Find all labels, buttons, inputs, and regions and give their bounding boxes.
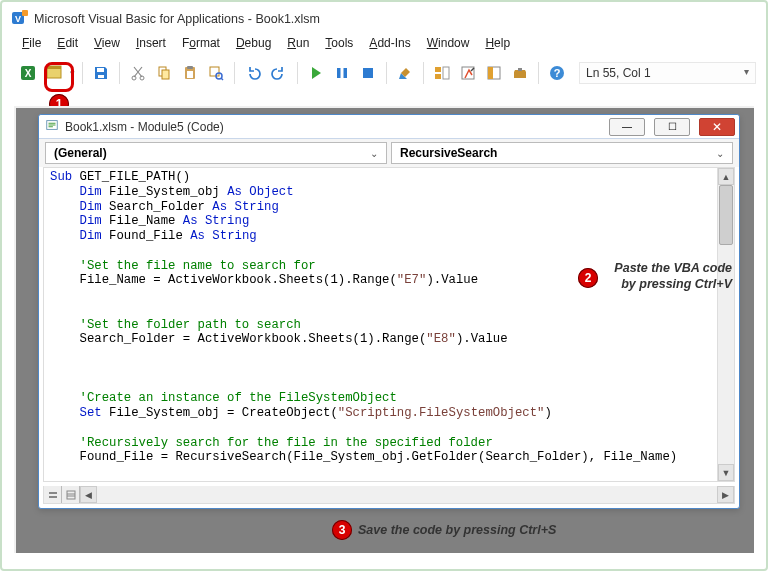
project-explorer-icon[interactable] [430, 61, 454, 85]
menu-file[interactable]: File [16, 34, 47, 52]
svg-rect-21 [435, 67, 441, 72]
svg-text:V: V [15, 14, 21, 24]
app-titlebar: V Microsoft Visual Basic for Application… [6, 6, 762, 32]
svg-rect-8 [98, 75, 104, 78]
svg-rect-32 [49, 496, 57, 498]
scrollbar-thumb[interactable] [719, 185, 733, 245]
standard-toolbar: X ▾ ? Ln 55, Col 1 [6, 56, 762, 90]
procedure-view-icon[interactable] [44, 486, 62, 503]
scroll-left-icon[interactable]: ◀ [80, 486, 97, 503]
callout-2-badge: 2 [578, 268, 598, 288]
cursor-position-text: Ln 55, Col 1 [586, 66, 651, 80]
svg-rect-31 [49, 492, 57, 494]
vba-app-icon: V [12, 10, 28, 29]
svg-rect-19 [344, 68, 348, 78]
callout-3-badge: 3 [332, 520, 352, 540]
menu-view[interactable]: View [88, 34, 126, 52]
window-minimize-button[interactable]: — [609, 118, 645, 136]
design-mode-icon[interactable] [393, 61, 417, 85]
find-icon[interactable] [204, 61, 228, 85]
scroll-up-icon[interactable]: ▲ [718, 168, 734, 185]
svg-rect-23 [443, 67, 449, 79]
horizontal-scrollbar[interactable]: ◀ ▶ [80, 486, 734, 503]
menu-window[interactable]: Window [421, 34, 476, 52]
svg-rect-12 [162, 70, 169, 79]
undo-icon[interactable] [241, 61, 265, 85]
module-icon [45, 118, 59, 135]
cursor-position-box[interactable]: Ln 55, Col 1 [579, 62, 756, 84]
menu-debug[interactable]: Debug [230, 34, 277, 52]
menu-tools[interactable]: Tools [319, 34, 359, 52]
full-module-view-icon[interactable] [62, 486, 80, 503]
menu-help[interactable]: Help [479, 34, 516, 52]
code-window-titlebar[interactable]: Book1.xlsm - Module5 (Code) — ☐ ✕ [39, 115, 739, 139]
break-icon[interactable] [330, 61, 354, 85]
object-browser-icon[interactable] [482, 61, 506, 85]
run-icon[interactable] [304, 61, 328, 85]
code-window-title: Book1.xlsm - Module5 (Code) [65, 120, 600, 134]
svg-rect-14 [187, 66, 193, 69]
menu-edit[interactable]: Edit [51, 34, 84, 52]
copy-icon[interactable] [152, 61, 176, 85]
svg-rect-7 [97, 68, 104, 72]
paste-icon[interactable] [178, 61, 202, 85]
svg-rect-27 [518, 68, 522, 71]
svg-rect-20 [363, 68, 373, 78]
menu-bar: File Edit View Insert Format Debug Run T… [6, 32, 762, 54]
svg-rect-22 [435, 74, 441, 79]
menu-run[interactable]: Run [281, 34, 315, 52]
cut-icon[interactable] [126, 61, 150, 85]
toolbox-icon[interactable] [508, 61, 532, 85]
code-window: Book1.xlsm - Module5 (Code) — ☐ ✕ (Gener… [38, 114, 740, 509]
save-icon[interactable] [89, 61, 113, 85]
callout-3-text: Save the code by pressing Ctrl+S [358, 522, 556, 538]
code-editor[interactable]: Sub GET_FILE_PATH() Dim File_System_obj … [44, 168, 717, 481]
menu-format[interactable]: Format [176, 34, 226, 52]
menu-addins[interactable]: Add-Ins [363, 34, 416, 52]
insert-userform-icon[interactable] [42, 61, 66, 85]
object-dropdown[interactable]: (General)⌄ [45, 142, 387, 164]
vertical-scrollbar[interactable]: ▲ ▼ [717, 168, 734, 481]
window-maximize-button[interactable]: ☐ [654, 118, 690, 136]
svg-rect-18 [337, 68, 341, 78]
redo-icon[interactable] [267, 61, 291, 85]
svg-rect-2 [22, 10, 28, 16]
app-title: Microsoft Visual Basic for Applications … [34, 12, 320, 26]
help-icon[interactable]: ? [545, 61, 569, 85]
svg-rect-16 [210, 67, 219, 76]
menu-insert[interactable]: Insert [130, 34, 172, 52]
reset-icon[interactable] [356, 61, 380, 85]
procedure-dropdown[interactable]: RecursiveSearch⌄ [391, 142, 733, 164]
scroll-down-icon[interactable]: ▼ [718, 464, 734, 481]
svg-rect-33 [67, 491, 75, 499]
mdi-client-area: Book1.xlsm - Module5 (Code) — ☐ ✕ (Gener… [14, 106, 754, 553]
scroll-right-icon[interactable]: ▶ [717, 486, 734, 503]
svg-rect-6 [47, 66, 61, 69]
svg-text:X: X [25, 68, 32, 79]
properties-window-icon[interactable] [456, 61, 480, 85]
svg-rect-26 [488, 67, 493, 79]
callout-2-text: Paste the VBA codeby pressing Ctrl+V [602, 260, 732, 293]
window-close-button[interactable]: ✕ [699, 118, 735, 136]
svg-rect-15 [187, 71, 193, 78]
svg-text:?: ? [554, 67, 561, 79]
view-excel-icon[interactable]: X [16, 61, 40, 85]
insert-dropdown-icon[interactable]: ▾ [68, 61, 76, 85]
